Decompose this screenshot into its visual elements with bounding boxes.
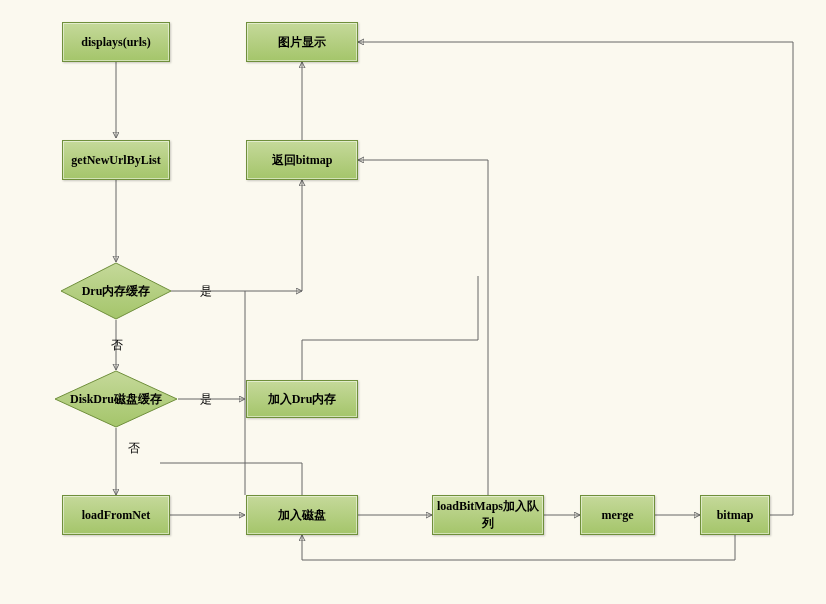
node-displays: displays(urls) [62, 22, 170, 62]
node-getnewurl: getNewUrlByList [62, 140, 170, 180]
decision-dru-cache: Dru内存缓存 [60, 262, 172, 320]
label: loadBitMaps加入队列 [435, 498, 541, 532]
label: displays(urls) [81, 35, 150, 50]
label: merge [602, 508, 634, 523]
flowchart-canvas: displays(urls) getNewUrlByList Dru内存缓存 D… [0, 0, 826, 604]
label: 图片显示 [278, 34, 326, 51]
node-merge: merge [580, 495, 655, 535]
label: Dru内存缓存 [74, 283, 159, 300]
node-show: 图片显示 [246, 22, 358, 62]
label: 加入磁盘 [278, 507, 326, 524]
edge-label-no: 否 [111, 337, 123, 354]
node-adddisk: 加入磁盘 [246, 495, 358, 535]
label: bitmap [717, 508, 754, 523]
node-adddru: 加入Dru内存 [246, 380, 358, 418]
node-loadfromnet: loadFromNet [62, 495, 170, 535]
node-loadbitmaps: loadBitMaps加入队列 [432, 495, 544, 535]
node-returnbitmap: 返回bitmap [246, 140, 358, 180]
edge-label-yes: 是 [200, 283, 212, 300]
label: 加入Dru内存 [268, 391, 337, 408]
edge-label-no: 否 [128, 440, 140, 457]
label: loadFromNet [82, 508, 150, 523]
label: getNewUrlByList [71, 153, 160, 168]
decision-diskdru-cache: DiskDru磁盘缓存 [54, 370, 178, 428]
edge-label-yes: 是 [200, 391, 212, 408]
label: 返回bitmap [272, 152, 333, 169]
label: DiskDru磁盘缓存 [62, 391, 170, 408]
node-bitmap: bitmap [700, 495, 770, 535]
